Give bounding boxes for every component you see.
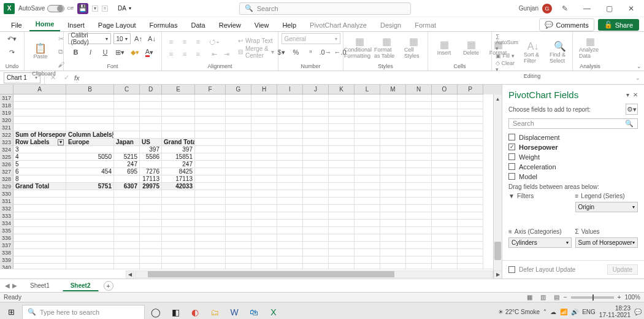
cell-N317[interactable] [406, 94, 432, 102]
cell-D324[interactable]: 397 [140, 146, 162, 153]
cell-B317[interactable] [66, 94, 114, 102]
cell-E319[interactable] [162, 109, 195, 117]
cell-B325[interactable]: 5050 [66, 153, 114, 161]
cell-O317[interactable] [432, 94, 458, 102]
cell-A329[interactable]: Grand Total [13, 183, 66, 190]
cell-F337[interactable] [195, 242, 226, 249]
cell-M320[interactable] [380, 117, 406, 124]
task-view-icon[interactable]: ◯ [147, 304, 164, 320]
cell-N336[interactable] [406, 234, 432, 242]
col-header-L[interactable]: L [355, 85, 380, 94]
cortana-icon[interactable]: ◧ [167, 304, 184, 320]
field-checkbox[interactable] [508, 144, 515, 150]
cell-M339[interactable] [380, 256, 406, 264]
sheet-tab-sheet1[interactable]: Sheet1 [22, 280, 58, 291]
cell-K339[interactable] [329, 256, 355, 264]
chrome-icon[interactable]: ◐ [186, 304, 204, 320]
row-header-318[interactable]: 318 [0, 102, 13, 109]
cell-A336[interactable] [13, 234, 66, 242]
cell-L337[interactable] [355, 242, 380, 249]
increase-font-icon[interactable]: A↑ [133, 33, 144, 44]
expand-formula-bar-icon[interactable]: ⌄ [635, 75, 640, 81]
cell-A327[interactable]: 6 [13, 168, 66, 175]
share-button[interactable]: 🔓 Share [598, 19, 639, 31]
cell-L318[interactable] [355, 102, 380, 109]
cell-O324[interactable] [432, 146, 458, 153]
cell-O325[interactable] [432, 153, 458, 161]
cell-A334[interactable] [13, 220, 66, 227]
cell-C326[interactable]: 247 [114, 161, 140, 168]
cell-C320[interactable] [114, 117, 140, 124]
cell-G336[interactable] [226, 234, 251, 242]
cell-D335[interactable] [140, 227, 162, 234]
maximize-icon[interactable]: ▢ [600, 2, 618, 15]
cell-O339[interactable] [432, 256, 458, 264]
cell-J335[interactable] [303, 227, 329, 234]
cell-E333[interactable] [162, 212, 195, 220]
cell-P340[interactable] [458, 264, 483, 269]
field-checkbox[interactable] [508, 134, 515, 140]
cell-I325[interactable] [277, 153, 303, 161]
cell-G340[interactable] [226, 264, 251, 269]
cell-A340[interactable] [13, 264, 66, 269]
cell-H318[interactable] [251, 102, 277, 109]
cell-C336[interactable] [114, 234, 140, 242]
cell-G333[interactable] [226, 212, 251, 220]
cell-G322[interactable] [226, 131, 251, 139]
align-top-icon[interactable]: ≡ [166, 36, 177, 47]
cell-O327[interactable] [432, 168, 458, 175]
cell-L328[interactable] [355, 175, 380, 183]
cell-E338[interactable] [162, 249, 195, 256]
language-indicator[interactable]: ENG [582, 309, 596, 315]
tab-help[interactable]: Help [276, 19, 302, 31]
collapse-ribbon-icon[interactable]: ⌄ [637, 63, 642, 69]
cell-H325[interactable] [251, 153, 277, 161]
cell-I338[interactable] [277, 249, 303, 256]
defer-checkbox[interactable] [508, 266, 515, 273]
cell-B332[interactable] [66, 205, 114, 212]
cell-G325[interactable] [226, 153, 251, 161]
autosum-button[interactable]: ∑ AutoSum ▾ [496, 33, 518, 52]
row-header-322[interactable]: 322 [0, 131, 13, 139]
cell-P328[interactable] [458, 175, 483, 183]
col-header-J[interactable]: J [303, 85, 329, 94]
cell-F318[interactable] [195, 102, 226, 109]
filters-area[interactable]: ▼Filters [508, 193, 572, 225]
cell-K335[interactable] [329, 227, 355, 234]
cell-K334[interactable] [329, 220, 355, 227]
wrap-text-button[interactable]: ↩Wrap Text [238, 37, 273, 44]
cell-P327[interactable] [458, 168, 483, 175]
cell-J323[interactable] [303, 139, 329, 146]
cell-E329[interactable]: 42033 [162, 183, 195, 190]
cell-K333[interactable] [329, 212, 355, 220]
cell-M326[interactable] [380, 161, 406, 168]
tab-home[interactable]: Home [29, 18, 61, 31]
cell-D327[interactable]: 7276 [140, 168, 162, 175]
row-header-321[interactable]: 321 [0, 124, 13, 131]
cell-D319[interactable] [140, 109, 162, 117]
cell-P334[interactable] [458, 220, 483, 227]
cell-I336[interactable] [277, 234, 303, 242]
cell-G324[interactable] [226, 146, 251, 153]
cell-M329[interactable] [380, 183, 406, 190]
cell-A337[interactable] [13, 242, 66, 249]
cell-M323[interactable] [380, 139, 406, 146]
cell-P336[interactable] [458, 234, 483, 242]
cell-B335[interactable] [66, 227, 114, 234]
cell-B320[interactable] [66, 117, 114, 124]
onedrive-icon[interactable]: ☁ [550, 309, 556, 315]
cell-L319[interactable] [355, 109, 380, 117]
cell-K337[interactable] [329, 242, 355, 249]
cell-H339[interactable] [251, 256, 277, 264]
page-break-view-icon[interactable]: ▤ [550, 293, 564, 302]
cell-K331[interactable] [329, 198, 355, 205]
cell-K338[interactable] [329, 249, 355, 256]
tab-formulas[interactable]: Formulas [144, 19, 184, 31]
bold-button[interactable]: B [71, 47, 82, 58]
cell-J327[interactable] [303, 168, 329, 175]
paste-button[interactable]: 📋 Paste [28, 42, 53, 61]
sheet-nav-next-icon[interactable]: ▶ [12, 282, 17, 289]
cell-H322[interactable] [251, 131, 277, 139]
cell-P338[interactable] [458, 249, 483, 256]
cell-M330[interactable] [380, 190, 406, 198]
